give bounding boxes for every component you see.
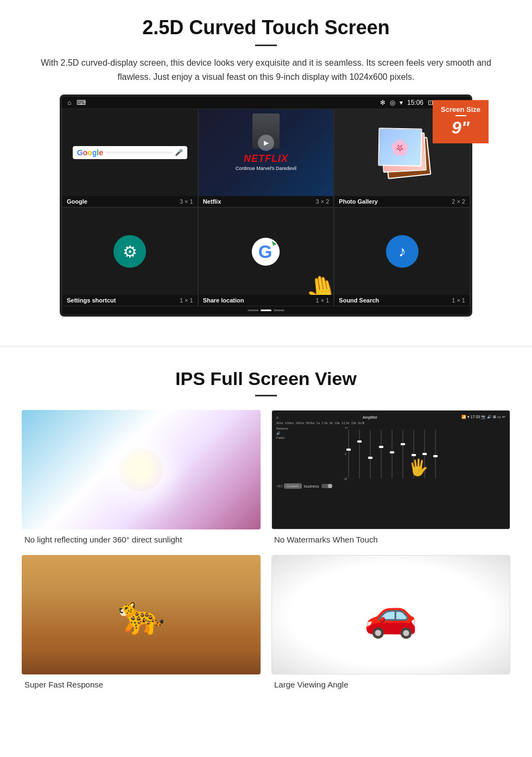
amp-controls: Balance 🔊 Fader [276, 427, 505, 481]
sound-label-row: Sound Search 1 × 1 [334, 295, 470, 306]
share-location-cell[interactable]: G 🤚 Share location 1 × 1 [198, 207, 334, 306]
amp-bottom-bar: ◁◁ Custom loudness [276, 483, 505, 489]
bluetooth-icon: ✻ [380, 99, 385, 106]
settings-app-inner: ⚙ [62, 208, 198, 295]
image-grid: No light reflecting under 360° direct su… [22, 410, 510, 689]
sound-icon: ♪ [386, 235, 419, 268]
sunlight-glow [119, 448, 163, 491]
amp-topbar: ⌂ Amplifier 📶 ▾ 17:33 📷 🔊 ⊠ ▭ ↩ [276, 415, 505, 419]
sound-search-inner: ♪ [334, 208, 470, 295]
google-size: 3 × 1 [180, 198, 193, 205]
scroll-dot-active [261, 310, 271, 311]
sunlight-caption: No light reflecting under 360° direct su… [22, 535, 261, 544]
home-icon[interactable]: ⌂ [67, 99, 71, 106]
netflix-cell[interactable]: NETFLIX Continue Marvel's Daredevil Netf… [198, 109, 334, 207]
music-note-icon: ♪ [398, 243, 406, 260]
google-logo: Google [77, 148, 103, 157]
sound-search-cell[interactable]: ♪ Sound Search 1 × 1 [334, 207, 470, 306]
svg-rect-14 [401, 443, 405, 445]
maps-icon: G [251, 237, 281, 267]
hand-gesture: 🤚 [303, 272, 334, 295]
amplifier-screen: ⌂ Amplifier 📶 ▾ 17:33 📷 🔊 ⊠ ▭ ↩ 60hz100h… [272, 411, 510, 529]
cheetah-icon: 🐆 [118, 592, 165, 637]
badge-underline [455, 115, 466, 116]
car-image-box: 🚗 [271, 555, 510, 674]
device-screen: ⌂ ⌨ ✻ ◎ ▾ 15:06 ⊡ ◁) ⊠ ▭ [60, 94, 472, 317]
status-bar-left: ⌂ ⌨ [67, 99, 86, 106]
svg-rect-18 [422, 453, 427, 455]
location-icon: ◎ [390, 99, 395, 106]
share-label: Share location [203, 297, 244, 304]
netflix-label: Netflix [203, 198, 221, 205]
section-ips: IPS Full Screen View No light reflecting… [0, 363, 532, 705]
section1-title: 2.5D Curved Touch Screen [33, 16, 499, 39]
cheetah-image-box: 🐆 [22, 555, 261, 674]
gallery-size: 2 × 2 [452, 198, 465, 205]
play-button[interactable] [258, 135, 274, 151]
settings-cell[interactable]: ⚙ Settings shortcut 1 × 1 [62, 207, 198, 306]
svg-rect-16 [411, 454, 416, 456]
screen-size-value: 9" [441, 118, 480, 138]
netflix-label-row: Netflix 3 × 2 [199, 196, 334, 207]
amp-freq-labels: 60hz100hz200hz500hz1k2.5k5k10k12.5k15kSU… [276, 421, 505, 425]
camera-icon: ⊡ [428, 99, 433, 106]
title-underline [255, 45, 277, 46]
netflix-app-inner: NETFLIX Continue Marvel's Daredevil [199, 109, 334, 196]
settings-size: 1 × 1 [180, 297, 193, 304]
cheetah-image: 🐆 [22, 555, 261, 674]
sound-size: 1 × 1 [452, 297, 465, 304]
share-size: 1 × 1 [316, 297, 330, 304]
amp-side-labels: Balance 🔊 Fader [276, 427, 288, 481]
section1-description: With 2.5D curved-display screen, this de… [33, 56, 499, 84]
settings-label-row: Settings shortcut 1 × 1 [62, 295, 198, 306]
section2-underline [255, 395, 277, 396]
search-bar-inner [105, 152, 173, 154]
status-bar: ⌂ ⌨ ✻ ◎ ▾ 15:06 ⊡ ◁) ⊠ ▭ [62, 97, 470, 109]
google-cell[interactable]: Google 🎤 Google 3 × 1 [62, 109, 198, 207]
share-label-row: Share location 1 × 1 [199, 295, 334, 306]
netflix-subtitle: Continue Marvel's Daredevil [236, 166, 296, 171]
svg-rect-6 [357, 440, 362, 443]
google-label-row: Google 3 × 1 [62, 196, 198, 207]
scroll-indicator [62, 306, 470, 314]
amp-home-icon: ⌂ [276, 415, 278, 419]
svg-text:🖐: 🖐 [408, 458, 429, 477]
google-search-bar[interactable]: Google 🎤 [73, 146, 187, 159]
sound-label: Sound Search [339, 297, 379, 304]
wifi-icon: ▾ [400, 99, 403, 106]
gallery-label-row: Photo Gallery 2 × 2 [334, 196, 470, 207]
usb-icon: ⌨ [77, 99, 86, 106]
amp-equalizer-svg: 🖐 10 0 -10 [289, 427, 505, 481]
amp-toggle[interactable] [321, 484, 332, 488]
mic-icon[interactable]: 🎤 [175, 149, 183, 156]
netflix-logo: NETFLIX [244, 153, 288, 165]
car-item: 🚗 Large Viewing Angle [271, 555, 510, 689]
svg-text:10: 10 [345, 427, 348, 429]
settings-label: Settings shortcut [67, 297, 116, 304]
car-icon: 🚗 [364, 589, 418, 640]
cheetah-item: 🐆 Super Fast Response [22, 555, 261, 689]
svg-text:G: G [258, 241, 273, 261]
amp-toggle-thumb [328, 484, 332, 488]
svg-rect-4 [346, 449, 351, 451]
amp-loudness-label: loudness [304, 484, 319, 488]
google-label: Google [67, 198, 87, 205]
screen-size-label: Screen Size [441, 105, 480, 113]
screen-size-badge: Screen Size 9" [433, 100, 489, 143]
scroll-dot [248, 310, 258, 311]
google-app-inner: Google 🎤 [62, 109, 198, 196]
time-display: 15:06 [407, 99, 423, 106]
svg-rect-20 [433, 455, 438, 457]
svg-text:-10: -10 [343, 477, 347, 481]
amp-nav-left[interactable]: ◁◁ [276, 484, 282, 488]
section-divider [0, 346, 532, 346]
app-grid-row2: ⚙ Settings shortcut 1 × 1 G [62, 207, 470, 306]
gear-icon: ⚙ [123, 242, 137, 261]
amplifier-item: ⌂ Amplifier 📶 ▾ 17:33 📷 🔊 ⊠ ▭ ↩ 60hz100h… [271, 410, 510, 544]
gallery-card-3: 🌸 [378, 128, 422, 166]
amplifier-image-box: ⌂ Amplifier 📶 ▾ 17:33 📷 🔊 ⊠ ▭ ↩ 60hz100h… [271, 410, 510, 529]
svg-rect-10 [379, 446, 383, 448]
app-grid-row1: Google 🎤 Google 3 × 1 [62, 109, 470, 207]
amp-custom-btn[interactable]: Custom [284, 483, 302, 489]
settings-icon: ⚙ [113, 235, 146, 268]
